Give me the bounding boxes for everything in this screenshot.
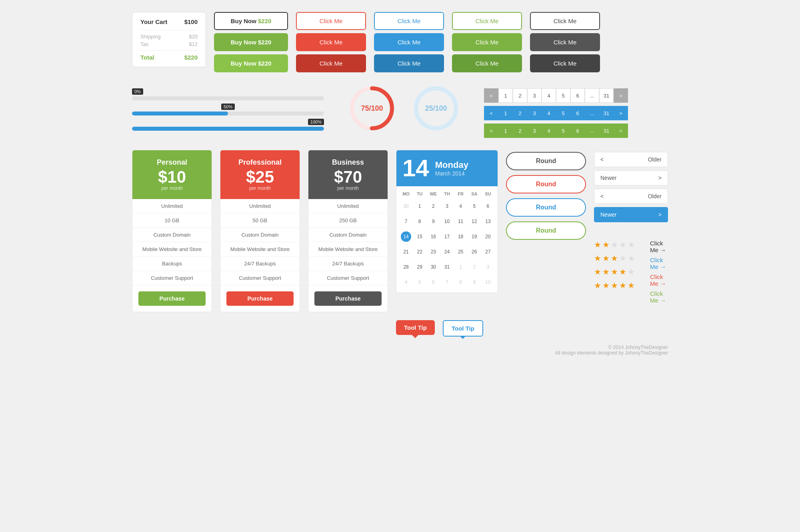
next-btn-3[interactable]: > — [614, 124, 628, 138]
buy-now-green-button-1[interactable]: Buy Now $220 — [214, 33, 288, 51]
cal-day[interactable]: 5 — [468, 199, 481, 213]
cal-day[interactable]: 27 — [482, 245, 494, 259]
link-red[interactable]: Click Me → — [650, 273, 668, 287]
cal-day[interactable]: 12 — [468, 214, 481, 229]
cal-day[interactable]: 9 — [427, 214, 440, 229]
cal-day[interactable]: 15 — [413, 229, 426, 244]
cal-day[interactable]: 2 — [468, 260, 481, 274]
purchase-btn-business[interactable]: Purchase — [314, 291, 382, 306]
progress-track-0[interactable] — [132, 96, 324, 100]
page-3-r3[interactable]: 3 — [527, 124, 542, 138]
cal-day[interactable]: 29 — [413, 260, 426, 274]
cal-day[interactable]: 11 — [454, 214, 467, 229]
page-3-r1[interactable]: 3 — [527, 88, 542, 103]
prev-btn-1[interactable]: < — [484, 88, 498, 103]
page-2-r2[interactable]: 2 — [513, 106, 527, 120]
cal-day[interactable]: 23 — [427, 245, 440, 259]
cal-day[interactable]: 31 — [440, 260, 453, 274]
progress-track-100[interactable] — [132, 127, 324, 131]
link-black[interactable]: Click Me → — [650, 240, 668, 253]
buy-now-outline-button[interactable]: Buy Now $220 — [214, 12, 288, 30]
click-me-green-solid-1[interactable]: Click Me — [452, 33, 522, 51]
cal-day[interactable]: 3 — [482, 260, 494, 274]
page-1-r1[interactable]: 1 — [498, 88, 513, 103]
cal-day[interactable]: 20 — [482, 229, 494, 244]
click-me-red-solid-2[interactable]: Click Me — [296, 54, 366, 72]
link-blue[interactable]: Click Me → — [650, 257, 668, 270]
link-green[interactable]: Click Me → — [650, 290, 668, 304]
cal-day[interactable]: 1 — [454, 260, 467, 274]
cal-day[interactable]: 5 — [413, 275, 426, 289]
cal-day[interactable]: 7 — [400, 214, 412, 229]
cal-day[interactable]: 2 — [427, 199, 440, 213]
click-me-dark-solid-2[interactable]: Click Me — [530, 54, 600, 72]
cal-day[interactable]: 8 — [413, 214, 426, 229]
click-me-dark-solid-1[interactable]: Click Me — [530, 33, 600, 51]
cal-day[interactable]: 25 — [454, 245, 467, 259]
page-5-r1[interactable]: 5 — [556, 88, 570, 103]
cal-day[interactable]: 17 — [440, 229, 453, 244]
page-6-r1[interactable]: 6 — [570, 88, 585, 103]
older-btn-1[interactable]: < Older — [594, 152, 668, 167]
page-4-r2[interactable]: 4 — [542, 106, 556, 120]
cal-day[interactable]: 18 — [454, 229, 467, 244]
page-4-r1[interactable]: 4 — [542, 88, 556, 103]
round-btn-red[interactable]: Round — [506, 175, 586, 193]
click-me-blue-solid-2[interactable]: Click Me — [374, 54, 444, 72]
cal-day[interactable]: 28 — [400, 260, 412, 274]
page-4-r3[interactable]: 4 — [542, 124, 556, 138]
page-2-r3[interactable]: 2 — [513, 124, 527, 138]
click-me-red-solid-1[interactable]: Click Me — [296, 33, 366, 51]
cal-day[interactable]: 13 — [482, 214, 494, 229]
cal-day[interactable]: 22 — [413, 245, 426, 259]
cal-day[interactable]: 7 — [440, 275, 453, 289]
page-5-r2[interactable]: 5 — [556, 106, 570, 120]
cal-day[interactable]: 6 — [482, 199, 494, 213]
page-31-r1[interactable]: 31 — [599, 88, 614, 103]
click-me-blue-solid-1[interactable]: Click Me — [374, 33, 444, 51]
page-1-r3[interactable]: 1 — [498, 124, 513, 138]
cal-day[interactable]: 10 — [482, 275, 494, 289]
buy-now-green-button-2[interactable]: Buy Now $220 — [214, 54, 288, 72]
cal-day[interactable]: 3 — [440, 199, 453, 213]
cal-day[interactable]: 16 — [427, 229, 440, 244]
page-1-r2[interactable]: 1 — [498, 106, 513, 120]
cal-day[interactable]: 30 — [427, 260, 440, 274]
cal-day[interactable]: 21 — [400, 245, 412, 259]
click-me-dark-outline[interactable]: Click Me — [530, 12, 600, 30]
cal-day[interactable]: 6 — [427, 275, 440, 289]
prev-btn-3[interactable]: < — [484, 124, 498, 138]
older-btn-2[interactable]: < Older — [594, 189, 668, 204]
round-btn-green[interactable]: Round — [506, 221, 586, 240]
purchase-btn-personal[interactable]: Purchase — [138, 291, 206, 306]
page-6-r3[interactable]: 6 — [570, 124, 585, 138]
page-3-r2[interactable]: 3 — [527, 106, 542, 120]
cal-day[interactable]: 26 — [468, 245, 481, 259]
prev-btn-2[interactable]: < — [484, 106, 498, 120]
click-me-green-outline[interactable]: Click Me — [452, 12, 522, 30]
newer-btn-1[interactable]: Newer > — [594, 170, 668, 185]
progress-track-50[interactable] — [132, 112, 324, 116]
round-btn-dark[interactable]: Round — [506, 152, 586, 170]
cal-day[interactable]: 4 — [454, 199, 467, 213]
cal-day[interactable]: 8 — [454, 275, 467, 289]
round-btn-blue[interactable]: Round — [506, 198, 586, 217]
cal-day[interactable]: 30 — [400, 199, 412, 213]
purchase-btn-professional[interactable]: Purchase — [226, 291, 294, 306]
next-btn-1[interactable]: > — [614, 88, 628, 103]
cal-day[interactable]: 10 — [440, 214, 453, 229]
page-5-r3[interactable]: 5 — [556, 124, 570, 138]
page-6-r2[interactable]: 6 — [570, 106, 585, 120]
cal-day[interactable]: 4 — [400, 275, 412, 289]
newer-btn-2[interactable]: Newer > — [594, 207, 668, 222]
cal-day[interactable]: 24 — [440, 245, 453, 259]
cal-day[interactable]: 9 — [468, 275, 481, 289]
click-me-green-solid-2[interactable]: Click Me — [452, 54, 522, 72]
page-31-r2[interactable]: 31 — [599, 106, 614, 120]
click-me-red-outline[interactable]: Click Me — [296, 12, 366, 30]
click-me-blue-outline[interactable]: Click Me — [374, 12, 444, 30]
page-31-r3[interactable]: 31 — [599, 124, 614, 138]
next-btn-2[interactable]: > — [614, 106, 628, 120]
cal-day[interactable]: 19 — [468, 229, 481, 244]
cal-today-cell[interactable]: 14 — [400, 229, 412, 244]
